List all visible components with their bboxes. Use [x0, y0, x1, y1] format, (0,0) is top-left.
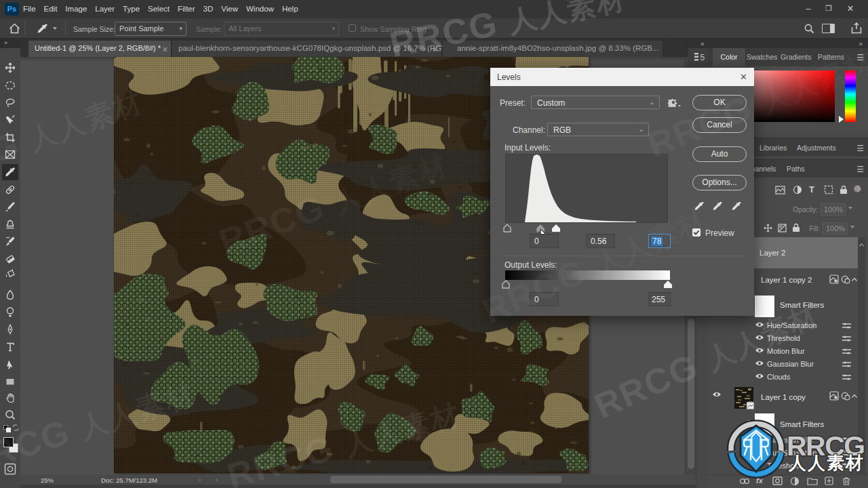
- svg-text:人人素材: 人人素材: [788, 453, 865, 473]
- svg-text:5: 5: [701, 53, 705, 62]
